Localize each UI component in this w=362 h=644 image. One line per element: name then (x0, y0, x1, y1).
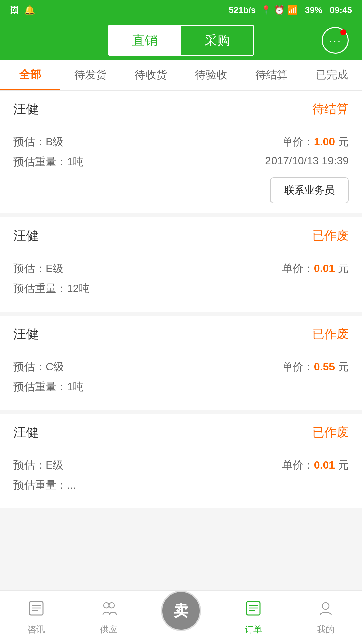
bell-icon: 🔔 (24, 5, 35, 15)
dots-icon: ··· (329, 34, 341, 47)
supply-icon (100, 600, 117, 621)
status-left: 🖼 🔔 (10, 5, 35, 15)
speed: 521b/s (229, 5, 256, 15)
order-header-1: 汪健 待结算 (13, 101, 349, 124)
order-body-3: 预估：C级 单价：0.55 元 预估重量：1吨 (13, 360, 349, 394)
order-grade-2: 预估：E级 (13, 261, 63, 276)
order-body-1: 预估：B级 单价：1.00 元 预估重量：1吨 2017/10/13 19:39 (13, 135, 349, 169)
order-row-grade-4: 预估：E级 单价：0.01 元 (13, 458, 349, 473)
order-weight-4: 预估重量：... (13, 478, 76, 493)
order-name-4: 汪健 (13, 424, 39, 441)
order-row-grade-1: 预估：B级 单价：1.00 元 (13, 135, 349, 149)
order-card-4[interactable]: 汪健 已作废 预估：E级 单价：0.01 元 预估重量：... (0, 414, 362, 512)
order-status-2: 已作废 (312, 228, 349, 244)
order-row-weight-2: 预估重量：12吨 (13, 281, 349, 296)
nav-news[interactable]: 咨讯 (0, 600, 72, 635)
nav-order-label: 订单 (245, 624, 262, 635)
order-datetime-1: 2017/10/13 19:39 (265, 155, 349, 169)
order-header-4: 汪健 已作废 (13, 424, 349, 448)
order-body-4: 预估：E级 单价：0.01 元 预估重量：... (13, 458, 349, 493)
svg-point-4 (104, 603, 109, 608)
sell-label: 卖 (174, 601, 188, 621)
status-info: 521b/s 📍 ⏰ 📶 39% 09:45 (229, 5, 352, 15)
order-price-1: 单价：1.00 元 (282, 135, 349, 149)
status-bar: 🖼 🔔 521b/s 📍 ⏰ 📶 39% 09:45 (0, 0, 362, 20)
nav-mine-label: 我的 (317, 624, 335, 635)
order-price-3: 单价：0.55 元 (282, 360, 349, 374)
nav-order[interactable]: 订单 (217, 600, 290, 635)
filter-pending-settle[interactable]: 待结算 (241, 61, 302, 89)
order-icon (245, 600, 262, 621)
order-row-grade-3: 预估：C级 单价：0.55 元 (13, 360, 349, 374)
order-row-weight-3: 预估重量：1吨 (13, 380, 349, 394)
time: 09:45 (330, 5, 352, 15)
order-name-1: 汪健 (13, 101, 39, 118)
main-tab-group: 直销 采购 (108, 25, 254, 56)
battery: 39% (305, 5, 322, 15)
nav-sell[interactable]: 卖 (145, 604, 217, 631)
order-card-3[interactable]: 汪健 已作废 预估：C级 单价：0.55 元 预估重量：1吨 (0, 316, 362, 414)
order-name-3: 汪健 (13, 326, 39, 343)
order-list: 汪健 待结算 预估：B级 单价：1.00 元 预估重量：1吨 2017/10/1… (0, 91, 362, 512)
order-row-grade-2: 预估：E级 单价：0.01 元 (13, 261, 349, 276)
tab-zhixiao[interactable]: 直销 (109, 26, 181, 55)
bottom-nav: 咨讯 供应 卖 订单 (0, 590, 362, 644)
order-body-2: 预估：E级 单价：0.01 元 预估重量：12吨 (13, 261, 349, 296)
order-name-2: 汪健 (13, 227, 39, 245)
order-weight-3: 预估重量：1吨 (13, 380, 84, 394)
message-button[interactable]: ··· (322, 27, 349, 54)
svg-point-5 (109, 603, 114, 608)
nav-supply[interactable]: 供应 (72, 600, 145, 635)
order-status-4: 已作废 (312, 424, 349, 441)
tab-caigou[interactable]: 采购 (181, 26, 253, 55)
news-icon (28, 600, 45, 621)
nav-news-label: 咨讯 (27, 624, 45, 635)
order-price-2: 单价：0.01 元 (282, 261, 349, 276)
order-header-2: 汪健 已作废 (13, 227, 349, 251)
contact-agent-button-1[interactable]: 联系业务员 (270, 177, 349, 203)
filter-pending-inspect[interactable]: 待验收 (181, 61, 241, 89)
mine-icon (317, 600, 334, 621)
order-card-2[interactable]: 汪健 已作废 预估：E级 单价：0.01 元 预估重量：12吨 (0, 217, 362, 316)
order-status-3: 已作废 (312, 326, 349, 342)
header: 直销 采购 ··· (0, 20, 362, 60)
svg-point-10 (322, 603, 329, 609)
filter-all[interactable]: 全部 (0, 61, 60, 90)
filter-done[interactable]: 已完成 (302, 61, 362, 89)
order-weight-1: 预估重量：1吨 (13, 155, 84, 169)
notification-badge (340, 29, 346, 35)
nav-mine[interactable]: 我的 (290, 600, 362, 635)
order-price-4: 单价：0.01 元 (282, 458, 349, 473)
order-row-weight-1: 预估重量：1吨 2017/10/13 19:39 (13, 155, 349, 169)
order-card-1[interactable]: 汪健 待结算 预估：B级 单价：1.00 元 预估重量：1吨 2017/10/1… (0, 91, 362, 217)
filter-pending-ship[interactable]: 待发货 (60, 61, 121, 89)
nav-supply-label: 供应 (100, 624, 117, 635)
order-grade-4: 预估：E级 (13, 458, 63, 473)
order-header-3: 汪健 已作废 (13, 326, 349, 350)
order-grade-1: 预估：B级 (13, 135, 63, 149)
filter-pending-receive[interactable]: 待收货 (121, 61, 181, 89)
filter-tabs: 全部 待发货 待收货 待验收 待结算 已完成 (0, 60, 362, 91)
order-status-1: 待结算 (312, 101, 349, 117)
order-weight-2: 预估重量：12吨 (13, 281, 90, 296)
order-footer-1: 联系业务员 (13, 177, 349, 203)
order-grade-3: 预估：C级 (13, 360, 64, 374)
gallery-icon: 🖼 (10, 5, 19, 15)
order-row-weight-4: 预估重量：... (13, 478, 349, 493)
